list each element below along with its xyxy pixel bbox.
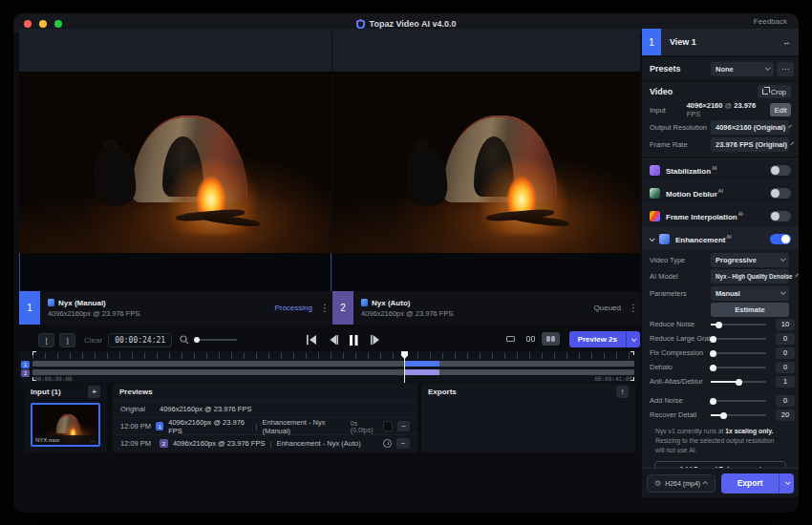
range-handle-icon[interactable] [32, 351, 36, 355]
rendered-segment-2 [405, 369, 439, 375]
remove-preview-button[interactable]: − [397, 421, 410, 431]
app-window: Topaz Video AI v4.0.0 Feedback 1 Nyx (Ma… [13, 13, 799, 513]
skip-to-start-button[interactable] [306, 334, 318, 346]
export-options-button[interactable] [779, 473, 794, 494]
slider-dehalo: Dehalo 0 [642, 360, 799, 374]
reduce-noise-slider[interactable] [711, 324, 766, 326]
output-resolution-dropdown[interactable]: 4096×2160 (Original) [711, 120, 789, 135]
add-second-enhancement-button[interactable]: Add Second Enhancement [654, 461, 786, 468]
timeline[interactable]: 1 2 00:00:00:00 00:00:41:08 [19, 351, 640, 383]
add-noise-slider[interactable] [711, 400, 766, 402]
presets-value: None [716, 65, 734, 74]
set-in-point-button[interactable]: [ [38, 333, 54, 347]
settings-sidebar: 1 View 1 ↔ Presets None ⋯ Video Crop Inp… [642, 29, 799, 468]
set-out-point-button[interactable]: ] [59, 333, 75, 347]
edit-input-button[interactable]: Edit [770, 103, 791, 116]
parameters-dropdown[interactable]: Manual [711, 286, 789, 301]
feedback-button[interactable]: Feedback [754, 17, 787, 26]
export-up-button[interactable]: ↑ [616, 386, 629, 398]
preview-row-auto[interactable]: 12:09 PM 2 4096x2160px @ 23.976 FPS | En… [113, 434, 417, 452]
filter-frame-interpolation[interactable]: Frame InterpolationAI [642, 204, 799, 227]
kebab-menu-icon[interactable]: ⋮ [318, 303, 331, 313]
step-forward-button[interactable] [369, 334, 381, 346]
filter-name: Stabilization [666, 167, 711, 176]
current-timecode-field[interactable]: 00:00:24:21 [108, 333, 172, 347]
video-type-dropdown[interactable]: Progressive [711, 253, 789, 267]
preview-area: 1 Nyx (Manual) 4096x2160px @ 23.976 FPS … [19, 29, 640, 325]
row-label: Enhancement - Nyx (Auto) [276, 439, 360, 448]
kebab-menu-icon[interactable]: ⋮ [627, 303, 640, 313]
preview-row-original[interactable]: Original 4096x2160px @ 23.976 FPS [113, 400, 417, 417]
timeline-end-timecode: 00:00:41:08 [594, 375, 632, 382]
expand-panel-icon[interactable]: ↔ [782, 37, 791, 47]
filter-motion-deblur[interactable]: Motion DeblurAI [642, 181, 799, 204]
single-view-button[interactable] [502, 332, 520, 346]
pause-button[interactable] [348, 334, 360, 346]
crop-button[interactable]: Crop [758, 85, 791, 98]
presets-more-button[interactable]: ⋯ [777, 62, 794, 76]
motion-deblur-toggle[interactable] [770, 188, 791, 199]
ai-model-dropdown[interactable]: Nyx - High Quality Denoise [711, 269, 789, 284]
crop-label: Crop [771, 88, 786, 96]
split-view-button[interactable] [522, 332, 540, 346]
playback-controls: [ ] Clear 00:00:24:21 [19, 329, 640, 350]
slider-value: 0 [776, 333, 795, 345]
side-by-side-view-button[interactable] [542, 332, 560, 346]
input-panel: Input (1) + NYX.mov ⋯ [24, 384, 107, 452]
ai-model-value: Nyx - High Quality Denoise [716, 273, 792, 280]
preview-row-manual[interactable]: 12:09 PM 1 4096x2160px @ 23.976 FPS | En… [113, 417, 417, 434]
queued-clock-icon [383, 439, 392, 448]
enhancement-toggle[interactable] [770, 234, 791, 244]
dehalo-slider[interactable] [711, 367, 766, 368]
timeline-zoom-slider[interactable] [194, 339, 237, 341]
preview-pane-1[interactable]: 1 Nyx (Manual) 4096x2160px @ 23.976 FPS … [19, 29, 331, 325]
scaling-note: Nyx v1 currently runs at 1x scaling only… [642, 422, 785, 455]
row-progress: 0s (0.0fps) [351, 420, 379, 433]
step-back-button[interactable] [327, 334, 339, 346]
crop-icon [762, 89, 768, 94]
close-button[interactable] [24, 20, 32, 28]
export-button[interactable]: Export [721, 473, 794, 494]
filter-enhancement[interactable]: EnhancementAI [642, 227, 799, 250]
fix-compression-slider[interactable] [711, 352, 766, 354]
anti-alias-deblur-slider[interactable] [711, 381, 766, 383]
slider-value: 1 [776, 376, 795, 388]
preview-button[interactable]: Preview 2s [569, 331, 640, 347]
codec-selector-button[interactable]: ⚙ H264 (mp4) [647, 474, 716, 493]
filter-name: Enhancement [675, 236, 725, 244]
more-options-icon[interactable]: ⋯ [90, 437, 96, 444]
frame-rate-dropdown[interactable]: 23.976 FPS (Original) [711, 137, 789, 152]
preview-button-label: Preview 2s [569, 335, 626, 344]
minimize-button[interactable] [39, 20, 47, 28]
track-1[interactable] [32, 361, 634, 367]
slider-label: Add Noise [650, 396, 683, 405]
view-badge-2: 2 [332, 291, 353, 325]
slider-label: Dehalo [650, 363, 673, 371]
slider-add-noise: Add Noise 0 [642, 393, 799, 408]
stabilization-toggle[interactable] [770, 165, 791, 176]
slider-value: 10 [776, 319, 795, 330]
collapse-chevron-icon[interactable] [650, 236, 655, 242]
preview-options-button[interactable] [626, 331, 640, 347]
slider-label: Reduce Noise [650, 320, 694, 328]
frame-interpolation-toggle[interactable] [770, 211, 791, 221]
preview-pane-2[interactable]: 2 Nyx (Auto) 4096x2160px @ 23.976 FPS Qu… [332, 29, 640, 325]
recover-detail-slider[interactable] [711, 414, 766, 416]
maximize-button[interactable] [54, 20, 62, 28]
clear-trim-button[interactable]: Clear [84, 336, 102, 345]
note-bold: 1x scaling only. [725, 428, 773, 434]
add-input-button[interactable]: + [88, 386, 100, 398]
remove-preview-button[interactable]: − [396, 438, 410, 449]
track-2[interactable] [32, 369, 634, 375]
letterbox [19, 29, 331, 72]
presets-dropdown[interactable]: None [711, 62, 774, 76]
timeline-ruler[interactable] [32, 352, 634, 359]
reduce-large-grain-slider[interactable] [711, 338, 766, 340]
filter-stabilization[interactable]: StabilizationAI [642, 158, 799, 181]
note-text: Nyx v1 currently runs at [655, 428, 725, 434]
range-handle-icon[interactable] [630, 351, 634, 355]
estimate-button[interactable]: Estimate [711, 303, 789, 317]
person-silhouette [402, 142, 449, 208]
codec-label: H264 (mp4) [665, 480, 700, 487]
input-thumbnail[interactable]: NYX.mov ⋯ [31, 403, 100, 447]
